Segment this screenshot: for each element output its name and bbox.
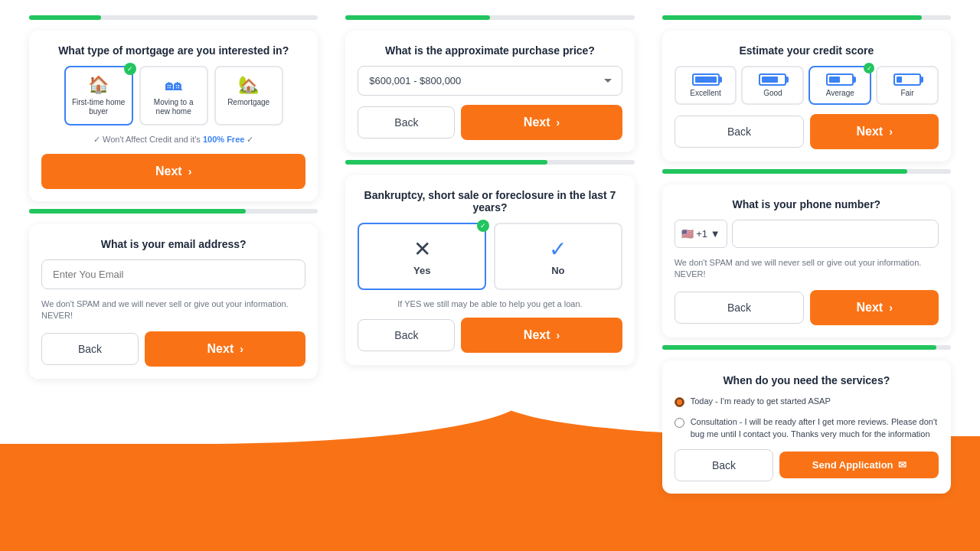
free-note: ✓ Won't Affect Credit and it's 100% Free… <box>41 135 305 145</box>
mortgage-label-remortgage: Remortgage <box>222 98 276 107</box>
battery-excellent <box>692 73 720 86</box>
progress-bar-bankruptcy <box>345 160 634 165</box>
credit-label-good: Good <box>746 89 799 97</box>
next-arrow-icon: › <box>557 116 560 129</box>
moving-home-icon: 🏘 <box>147 75 201 95</box>
mortgage-type-title: What type of mortgage are you interested… <box>41 44 305 57</box>
phone-flag[interactable]: 🇺🇸 +1 ▼ <box>675 220 727 248</box>
email-privacy-note: We don't SPAM and we will never sell or … <box>41 298 305 322</box>
credit-average[interactable]: ✓ Average <box>808 66 871 105</box>
bankruptcy-yes-card[interactable]: ✓ ✕ Yes <box>358 223 486 290</box>
bankruptcy-no-card[interactable]: ✓ No <box>494 223 622 290</box>
mortgage-option-remortgage[interactable]: 🏡 Remortgage <box>214 66 283 126</box>
services-radio-today: Today - I'm ready to get started ASAP <box>675 396 939 407</box>
next-arrow-icon: › <box>557 329 560 341</box>
credit-label-excellent: Excellent <box>679 89 733 97</box>
bankruptcy-options: ✓ ✕ Yes ✓ No <box>358 223 622 290</box>
credit-excellent[interactable]: Excellent <box>675 66 737 105</box>
radio-consultation[interactable] <box>675 418 684 428</box>
mortgage-option-moving[interactable]: 🏘 Moving to a new home <box>139 66 208 126</box>
next-arrow-icon: › <box>889 126 893 138</box>
price-back-button[interactable]: Back <box>358 106 455 139</box>
mortgage-options: ✓ 🏠 First-time home buyer 🏘 Moving to a … <box>41 66 305 126</box>
mortgage-label-moving: Moving to a new home <box>147 98 201 116</box>
first-time-home-icon: 🏠 <box>72 75 126 95</box>
bankruptcy-next-button[interactable]: Next › <box>461 318 622 353</box>
phone-title: What is your phone number? <box>675 198 939 210</box>
send-application-button[interactable]: Send Application ✉ <box>779 452 939 478</box>
check-badge-first-time: ✓ <box>124 63 136 75</box>
progress-bar-phone <box>662 169 951 174</box>
price-select[interactable]: $0 - $200,000 $200,001 - $400,000 $400,0… <box>358 66 622 96</box>
services-button-row: Back Send Application ✉ <box>675 449 939 481</box>
phone-button-row: Back Next › <box>675 290 939 325</box>
yes-label: Yes <box>367 265 477 276</box>
email-panel: What is your email address? We don't SPA… <box>29 224 318 379</box>
phone-panel: What is your phone number? 🇺🇸 +1 ▼ We do… <box>662 184 951 337</box>
next-arrow-icon: › <box>188 165 192 178</box>
progress-bar-credit <box>662 15 951 20</box>
phone-privacy-note: We don't SPAM and we will never sell or … <box>675 257 939 281</box>
email-back-button[interactable]: Back <box>41 333 139 365</box>
credit-options: Excellent Good ✓ Average <box>675 66 939 105</box>
check-badge-average: ✓ <box>864 63 874 73</box>
credit-panel: Estimate your credit score Excellent Goo… <box>662 31 951 161</box>
bankruptcy-note: If YES we still may be able to help you … <box>358 299 622 308</box>
credit-label-average: Average <box>813 89 867 97</box>
progress-bar-1 <box>29 15 318 20</box>
credit-good[interactable]: Good <box>741 66 804 105</box>
phone-next-button[interactable]: Next › <box>810 290 939 325</box>
mortgage-option-first-time[interactable]: ✓ 🏠 First-time home buyer <box>64 66 133 126</box>
bankruptcy-back-button[interactable]: Back <box>358 319 455 351</box>
bankruptcy-button-row: Back Next › <box>358 318 622 353</box>
email-button-row: Back Next › <box>41 331 305 367</box>
progress-bar-services <box>662 345 951 350</box>
remortgage-icon: 🏡 <box>222 75 276 95</box>
email-next-button[interactable]: Next › <box>145 331 305 367</box>
email-input[interactable] <box>41 259 305 289</box>
price-title: What is the approximate purchase price? <box>358 44 622 57</box>
next-arrow-icon: › <box>240 343 243 355</box>
mortgage-label-first-time: First-time home buyer <box>72 98 126 116</box>
credit-fair[interactable]: Fair <box>876 66 939 105</box>
services-back-button[interactable]: Back <box>675 449 774 481</box>
progress-bar-price <box>345 15 634 20</box>
bankruptcy-panel: Bankruptcy, short sale or foreclosure in… <box>345 175 634 365</box>
send-icon: ✉ <box>898 459 906 471</box>
credit-button-row: Back Next › <box>675 114 939 149</box>
mortgage-next-button[interactable]: Next › <box>41 154 305 189</box>
mortgage-type-panel: What type of mortgage are you interested… <box>29 31 318 201</box>
radio-today[interactable] <box>675 397 684 407</box>
check-icon: ✓ <box>503 236 613 262</box>
price-button-row: Back Next › <box>358 105 622 140</box>
phone-input-row: 🇺🇸 +1 ▼ <box>675 220 939 248</box>
no-label: No <box>503 265 613 276</box>
services-panel: When do you need the services? Today - I… <box>662 360 951 494</box>
phone-input[interactable] <box>732 220 939 248</box>
next-arrow-icon: › <box>889 302 893 314</box>
check-badge-yes: ✓ <box>477 220 489 232</box>
credit-back-button[interactable]: Back <box>675 116 805 148</box>
bankruptcy-title: Bankruptcy, short sale or foreclosure in… <box>358 189 622 214</box>
credit-next-button[interactable]: Next › <box>810 114 939 149</box>
battery-good <box>759 73 786 86</box>
battery-fair <box>893 73 921 86</box>
price-panel: What is the approximate purchase price? … <box>345 31 634 152</box>
credit-label-fair: Fair <box>880 89 934 97</box>
services-radio-consultation: Consultation - I will be ready after I g… <box>675 416 939 440</box>
services-title: When do you need the services? <box>675 374 939 386</box>
email-title: What is your email address? <box>41 238 305 250</box>
x-icon: ✕ <box>367 236 477 262</box>
phone-back-button[interactable]: Back <box>675 292 805 324</box>
credit-title: Estimate your credit score <box>675 44 939 57</box>
progress-bar-email <box>29 209 318 214</box>
price-next-button[interactable]: Next › <box>461 105 622 140</box>
battery-average <box>826 73 854 86</box>
